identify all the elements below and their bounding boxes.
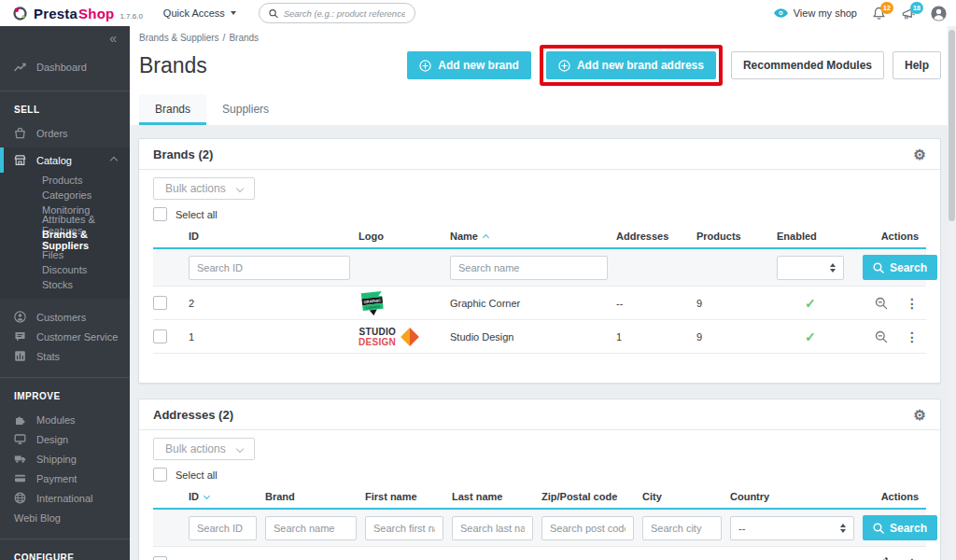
sidebar-item-discounts[interactable]: Discounts	[0, 262, 130, 277]
tabs: Brands Suppliers	[139, 94, 941, 125]
column-header-enabled[interactable]: Enabled	[777, 227, 863, 247]
column-header-country[interactable]: Country	[730, 487, 863, 508]
filter-enabled-select[interactable]	[777, 256, 844, 280]
filter-first-name-input[interactable]	[365, 516, 443, 540]
column-header-name[interactable]: Name	[450, 227, 616, 247]
quick-access-menu[interactable]: Quick Access	[163, 7, 236, 19]
recommended-modules-button[interactable]: Recommended Modules	[731, 51, 884, 79]
cell-addresses: --	[616, 298, 696, 309]
column-header-products[interactable]: Products	[696, 227, 777, 247]
filter-last-name-input[interactable]	[452, 516, 533, 540]
sidebar-label: Modules	[36, 414, 76, 426]
notifications-button[interactable]: 12	[872, 7, 886, 21]
sidebar-item-international[interactable]: International	[0, 488, 130, 508]
column-header-last-name[interactable]: Last name	[452, 487, 541, 508]
column-header-brand[interactable]: Brand	[265, 487, 365, 508]
column-header-first-name[interactable]: First name	[365, 487, 452, 508]
enabled-check-icon[interactable]: ✓	[777, 296, 863, 311]
column-header-id[interactable]: ID	[189, 227, 358, 247]
bulk-actions-button[interactable]: Bulk actions	[153, 177, 255, 200]
filter-country-select[interactable]: --	[730, 516, 854, 540]
scrollbar-thumb[interactable]	[949, 30, 955, 221]
search-button[interactable]: Search	[863, 255, 937, 280]
sidebar-item-customer-service[interactable]: Customer Service	[0, 327, 130, 346]
view-details-icon[interactable]	[875, 297, 888, 310]
view-my-shop-link[interactable]: View my shop	[774, 7, 857, 19]
sidebar-item-design[interactable]: Design	[0, 429, 130, 449]
search-icon	[269, 8, 278, 19]
add-new-brand-button[interactable]: Add new brand	[407, 51, 531, 79]
sidebar-label: Customers	[36, 312, 86, 323]
global-search-input[interactable]	[284, 8, 405, 19]
sidebar-item-products[interactable]: Products	[0, 173, 130, 188]
sidebar-label: Orders	[36, 128, 68, 139]
sidebar-label: Shipping	[36, 454, 77, 465]
sidebar-item-orders[interactable]: Orders	[0, 123, 130, 143]
logo-text-presta: Presta	[34, 6, 77, 21]
filter-id-input[interactable]	[189, 516, 257, 540]
vertical-scrollbar[interactable]	[948, 26, 956, 560]
sidebar-item-payment[interactable]: Payment	[0, 469, 130, 488]
search-button[interactable]: Search	[863, 515, 937, 540]
sidebar-collapse-button[interactable]: «	[0, 26, 130, 46]
tab-suppliers[interactable]: Suppliers	[206, 94, 285, 125]
help-button[interactable]: Help	[893, 51, 941, 79]
sidebar-item-stats[interactable]: Stats	[0, 346, 130, 366]
bulk-actions-button[interactable]: Bulk actions	[153, 438, 255, 460]
select-all-checkbox[interactable]	[153, 207, 167, 221]
sidebar-section-improve: IMPROVE	[0, 378, 130, 410]
svg-text:CORNER: CORNER	[366, 304, 381, 310]
plus-circle-icon	[558, 60, 570, 72]
highlight-red-box: Add new brand address	[540, 45, 723, 86]
breadcrumb-parent[interactable]: Brands & Suppliers	[139, 33, 219, 43]
gear-icon[interactable]: ⚙	[914, 408, 926, 422]
addresses-panel-title: Addresses (2)	[153, 408, 233, 422]
filter-name-input[interactable]	[450, 256, 608, 280]
gear-icon[interactable]: ⚙	[914, 147, 926, 161]
sidebar-item-shipping[interactable]: Shipping	[0, 449, 130, 469]
enabled-check-icon[interactable]: ✓	[777, 329, 863, 344]
column-header-city[interactable]: City	[642, 487, 730, 508]
sidebar-label: Payment	[36, 473, 77, 484]
sidebar-item-webi-blog[interactable]: Webi Blog	[0, 508, 130, 527]
announcements-button[interactable]: 18	[901, 7, 916, 21]
sidebar-item-catalog[interactable]: Catalog	[0, 147, 130, 173]
sidebar-item-categories[interactable]: Categories	[0, 188, 130, 203]
select-all-checkbox[interactable]	[153, 468, 167, 482]
tab-brands[interactable]: Brands	[139, 94, 206, 125]
filter-zip-input[interactable]	[541, 516, 634, 540]
sidebar-item-modules[interactable]: Modules	[0, 410, 130, 429]
row-checkbox[interactable]	[153, 556, 167, 560]
page-title: Brands	[139, 53, 207, 78]
chat-icon	[14, 330, 26, 343]
breadcrumb-separator: /	[223, 33, 226, 43]
column-header-id[interactable]: ID	[189, 487, 265, 508]
column-header-logo[interactable]: Logo	[358, 227, 450, 247]
user-avatar[interactable]	[931, 6, 947, 21]
sidebar: « Dashboard SELL Orders Catalog Products…	[0, 26, 130, 560]
row-checkbox[interactable]	[153, 329, 167, 343]
sidebar-item-brands-suppliers[interactable]: Brands & Suppliers	[0, 232, 130, 247]
prestashop-logo[interactable]: PrestaShop 1.7.6.0	[13, 6, 143, 21]
view-details-icon[interactable]	[875, 330, 888, 343]
add-new-brand-address-button[interactable]: Add new brand address	[546, 51, 716, 79]
brands-panel-title: Brands (2)	[153, 147, 213, 161]
filter-id-input[interactable]	[189, 256, 350, 280]
sidebar-item-customers[interactable]: Customers	[0, 307, 130, 327]
column-header-zip[interactable]: Zip/Postal code	[541, 487, 642, 508]
sidebar-item-dashboard[interactable]: Dashboard	[0, 55, 130, 79]
sidebar-catalog-block: Catalog Products Categories Monitoring A…	[0, 147, 130, 299]
stats-icon	[14, 350, 26, 362]
row-menu-icon[interactable]: ⋮	[906, 557, 919, 560]
column-header-addresses[interactable]: Addresses	[616, 227, 696, 247]
chevron-down-icon	[235, 445, 243, 453]
row-checkbox[interactable]	[153, 296, 167, 310]
sidebar-label: Catalog	[36, 155, 72, 166]
filter-city-input[interactable]	[642, 516, 722, 540]
row-menu-icon[interactable]: ⋮	[906, 330, 919, 343]
breadcrumb-current: Brands	[229, 33, 259, 43]
filter-brand-input[interactable]	[265, 516, 357, 540]
sidebar-item-stocks[interactable]: Stocks	[0, 277, 130, 292]
puzzle-icon	[14, 413, 26, 426]
row-menu-icon[interactable]: ⋮	[906, 297, 919, 310]
